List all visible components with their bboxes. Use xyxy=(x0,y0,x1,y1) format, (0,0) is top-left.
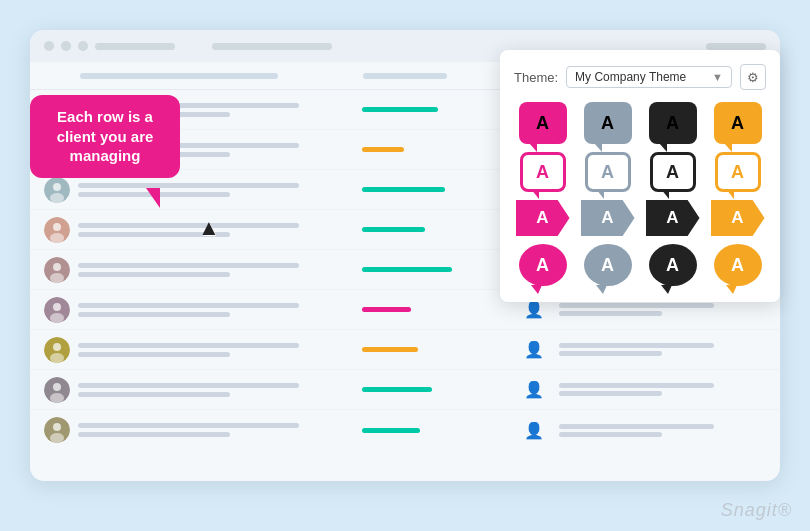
status-bar xyxy=(362,147,403,152)
name-lines xyxy=(70,183,354,197)
theme-select[interactable]: My Company Theme ▼ xyxy=(566,66,732,88)
theme-icon-r1-c1[interactable]: A xyxy=(579,152,636,192)
text2-line-1 xyxy=(559,383,714,388)
status-bar-cell xyxy=(354,307,508,312)
text2-line-2 xyxy=(559,311,663,316)
text2-cell xyxy=(559,343,766,356)
text2-cell xyxy=(559,303,766,316)
name-line-1 xyxy=(78,303,299,308)
cursor-arrow-icon: ▲ xyxy=(198,215,220,241)
svg-point-14 xyxy=(50,273,64,283)
bubble-icon-r0-c3: A xyxy=(714,102,762,144)
theme-icon-r3-c0[interactable]: A xyxy=(514,244,571,286)
status-bar-cell xyxy=(354,387,508,392)
text2-line-2 xyxy=(559,432,663,437)
theme-icon-r0-c2[interactable]: A xyxy=(644,102,701,144)
theme-select-text: My Company Theme xyxy=(575,70,708,84)
theme-icon-r2-c0[interactable]: A xyxy=(514,200,571,236)
svg-point-7 xyxy=(53,183,61,191)
theme-icon-r1-c2[interactable]: A xyxy=(644,152,701,192)
person-icon: 👤 xyxy=(524,421,544,440)
theme-grid: AAAAAAAAAAAAAAAA xyxy=(514,102,766,286)
name-line-1 xyxy=(78,183,299,188)
table-row[interactable]: 👤 xyxy=(30,330,780,370)
status-bar xyxy=(362,187,445,192)
text2-line-2 xyxy=(559,351,663,356)
person-icon: 👤 xyxy=(524,380,544,399)
speech-icon-r3-c0: A xyxy=(519,244,567,286)
svg-point-22 xyxy=(53,383,61,391)
topbar-line-3 xyxy=(706,43,766,50)
svg-point-8 xyxy=(50,193,64,203)
theme-icon-r0-c1[interactable]: A xyxy=(579,102,636,144)
status-bar xyxy=(362,387,431,392)
svg-point-19 xyxy=(53,343,61,351)
status-bar-cell xyxy=(354,227,508,232)
theme-icon-r0-c3[interactable]: A xyxy=(709,102,766,144)
theme-icon-r3-c2[interactable]: A xyxy=(644,244,701,286)
arrow-icon-r2-c0: A xyxy=(516,200,570,236)
table-row[interactable]: 👤 xyxy=(30,370,780,410)
status-bar-cell xyxy=(354,147,508,152)
avatar xyxy=(44,377,70,403)
name-line-1 xyxy=(78,383,299,388)
topbar-dot-1 xyxy=(44,41,54,51)
theme-icon-r3-c3[interactable]: A xyxy=(709,244,766,286)
avatar xyxy=(44,217,70,243)
outline-icon-r1-c3: A xyxy=(715,152,761,192)
name-lines xyxy=(70,383,354,397)
avatar xyxy=(44,297,70,323)
topbar-dot-3 xyxy=(78,41,88,51)
svg-point-23 xyxy=(50,393,64,403)
name-line-1 xyxy=(78,263,299,268)
name-lines xyxy=(70,303,354,317)
theme-icon-r2-c3[interactable]: A xyxy=(709,200,766,236)
name-line-2 xyxy=(78,392,230,397)
theme-header: Theme: My Company Theme ▼ ⚙ xyxy=(514,64,766,90)
status-bar xyxy=(362,307,410,312)
name-line-1 xyxy=(78,223,299,228)
name-line-2 xyxy=(78,432,230,437)
theme-icon-r0-c0[interactable]: A xyxy=(514,102,571,144)
svg-point-11 xyxy=(50,233,64,243)
svg-point-26 xyxy=(50,433,64,443)
svg-point-25 xyxy=(53,423,61,431)
name-line-1 xyxy=(78,343,299,348)
callout-text: Each row is a client you are managing xyxy=(57,108,154,164)
svg-point-10 xyxy=(53,223,61,231)
person-icon: 👤 xyxy=(524,300,544,319)
text2-cell xyxy=(559,383,766,396)
outline-icon-r1-c0: A xyxy=(520,152,566,192)
topbar-dot-2 xyxy=(61,41,71,51)
name-lines xyxy=(70,263,354,277)
table-row[interactable]: 👤 xyxy=(30,410,780,450)
status-bar xyxy=(362,347,417,352)
name-line-2 xyxy=(78,352,230,357)
gear-button[interactable]: ⚙ xyxy=(740,64,766,90)
theme-icon-r1-c0[interactable]: A xyxy=(514,152,571,192)
name-line-1 xyxy=(78,423,299,428)
theme-icon-r3-c1[interactable]: A xyxy=(579,244,636,286)
arrow-icon-r2-c3: A xyxy=(711,200,765,236)
name-lines xyxy=(70,343,354,357)
name-line-2 xyxy=(78,272,230,277)
theme-icon-r2-c1[interactable]: A xyxy=(579,200,636,236)
name-line-2 xyxy=(78,312,230,317)
svg-point-16 xyxy=(53,303,61,311)
topbar-line-1 xyxy=(95,43,175,50)
text2-line-2 xyxy=(559,391,663,396)
arrow-icon-r2-c2: A xyxy=(646,200,700,236)
svg-point-13 xyxy=(53,263,61,271)
col-header-name xyxy=(80,73,278,79)
text2-line-1 xyxy=(559,343,714,348)
theme-icon-r2-c2[interactable]: A xyxy=(644,200,701,236)
theme-icon-r1-c3[interactable]: A xyxy=(709,152,766,192)
theme-label: Theme: xyxy=(514,70,558,85)
status-bar-cell xyxy=(354,428,508,433)
status-bar-cell xyxy=(354,187,508,192)
bubble-icon-r0-c1: A xyxy=(584,102,632,144)
col-header-bar xyxy=(363,73,448,79)
icon-cell: 👤 xyxy=(509,380,559,399)
svg-point-17 xyxy=(50,313,64,323)
status-bar-cell xyxy=(354,267,508,272)
